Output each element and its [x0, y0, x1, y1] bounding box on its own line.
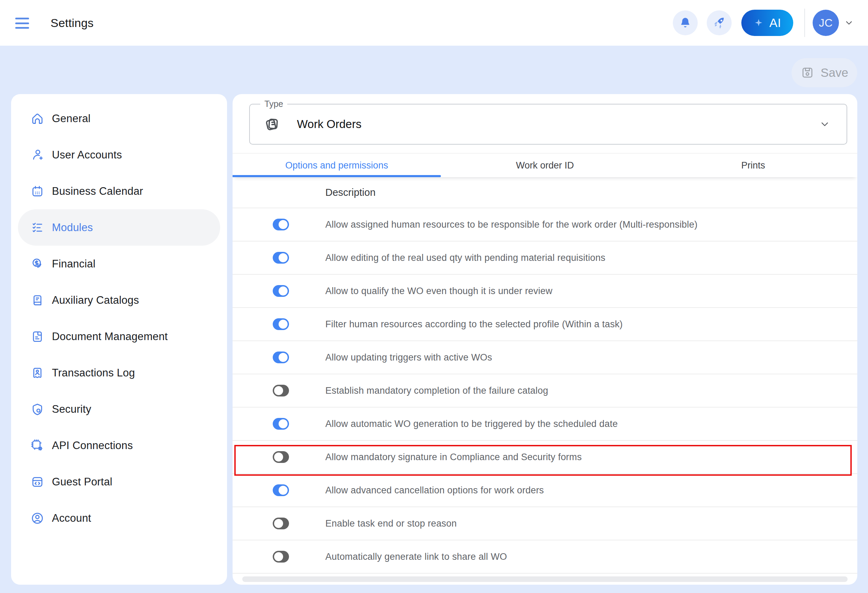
sidebar-item-label: Modules — [52, 221, 93, 234]
sidebar-item-modules[interactable]: Modules — [18, 209, 220, 246]
sidebar-item-auxiliary-catalogs[interactable]: Auxiliary Catalogs — [18, 282, 220, 318]
chevron-down-icon — [819, 118, 831, 130]
sidebar-item-label: Security — [52, 403, 92, 416]
permission-description: Allow automatic WO generation to be trig… — [325, 419, 618, 429]
sidebar-item-label: General — [52, 112, 91, 125]
permission-row: Allow assigned human resources to be res… — [233, 208, 857, 242]
toggle-knob — [279, 353, 288, 362]
toggle-switch[interactable] — [273, 484, 289, 496]
avatar[interactable]: JC — [813, 10, 839, 36]
permission-description: Allow to qualify the WO even though it i… — [325, 286, 552, 296]
header-divider — [804, 9, 805, 37]
account-icon — [31, 511, 44, 525]
permission-description: Enable task end or stop reason — [325, 518, 457, 529]
ai-button[interactable]: AI — [741, 10, 793, 36]
page-title: Settings — [50, 16, 93, 30]
sidebar-item-label: Financial — [52, 258, 96, 270]
sidebar-item-label: Account — [52, 512, 91, 525]
description-column-header: Description — [233, 177, 857, 208]
user-add-icon — [31, 148, 44, 162]
permission-row: Automatically generate link to share all… — [233, 540, 857, 574]
sidebar-item-label: User Accounts — [52, 149, 122, 161]
horizontal-scrollbar[interactable] — [242, 577, 847, 582]
type-select-label: Type — [260, 99, 287, 109]
home-icon — [31, 112, 44, 125]
save-button[interactable]: Save — [791, 58, 857, 87]
toggle-switch[interactable] — [273, 418, 289, 430]
security-icon — [31, 403, 44, 416]
transactions-icon — [31, 366, 44, 380]
sidebar-item-api-connections[interactable]: API Connections — [18, 427, 220, 463]
sidebar-item-label: Document Management — [52, 330, 168, 343]
permission-row: Establish mandatory completion of the fa… — [233, 374, 857, 407]
bell-icon — [679, 16, 692, 30]
modules-icon — [31, 221, 44, 235]
permission-description: Allow editing of the real used qty with … — [325, 252, 605, 263]
permission-row: Allow to qualify the WO even though it i… — [233, 275, 857, 308]
tab-prints[interactable]: Prints — [649, 153, 857, 177]
calendar-icon — [31, 184, 44, 198]
toggle-knob — [279, 286, 288, 295]
sidebar-item-general[interactable]: General — [18, 100, 220, 137]
permission-description: Allow assigned human resources to be res… — [325, 219, 697, 230]
toggle-switch[interactable] — [273, 252, 289, 264]
content-area: General User Accounts Business Calendar … — [11, 94, 857, 585]
sidebar-item-security[interactable]: Security — [18, 391, 220, 427]
sidebar-item-label: Business Calendar — [52, 185, 143, 198]
catalog-icon — [31, 294, 44, 307]
toggle-knob — [279, 253, 288, 262]
toggle-knob — [274, 453, 283, 462]
ai-button-label: AI — [769, 16, 781, 30]
toggle-switch[interactable] — [273, 451, 289, 463]
sidebar-item-transactions-log[interactable]: Transactions Log — [18, 355, 220, 391]
type-select-value: Work Orders — [297, 118, 361, 131]
settings-sidebar: General User Accounts Business Calendar … — [11, 94, 227, 585]
toggle-knob — [274, 552, 283, 561]
toggle-switch[interactable] — [273, 219, 289, 230]
toggle-switch[interactable] — [273, 351, 289, 363]
top-bar: Settings AI JC — [0, 0, 868, 46]
sidebar-item-document-management[interactable]: Document Management — [18, 318, 220, 355]
toggle-switch[interactable] — [273, 318, 289, 330]
financial-icon — [31, 257, 44, 271]
tab-bar: Options and permissions Work order ID Pr… — [233, 153, 857, 177]
save-button-label: Save — [821, 66, 848, 80]
permission-description: Automatically generate link to share all… — [325, 552, 507, 562]
permission-row: Allow automatic WO generation to be trig… — [233, 407, 857, 441]
tab-label: Options and permissions — [285, 160, 388, 171]
assistant-button[interactable] — [707, 10, 732, 35]
toggle-knob — [279, 419, 288, 428]
chevron-down-icon[interactable] — [844, 18, 854, 28]
sidebar-item-label: Auxiliary Catalogs — [52, 294, 139, 307]
work-order-type-icon — [263, 115, 281, 133]
permission-row: Allow updating triggers with active WOs — [233, 341, 857, 374]
permission-row: Allow mandatory signature in Compliance … — [233, 441, 857, 474]
sidebar-item-financial[interactable]: Financial — [18, 246, 220, 282]
tab-label: Prints — [741, 160, 765, 171]
permission-description: Allow advanced cancellation options for … — [325, 485, 544, 496]
sidebar-nav: General User Accounts Business Calendar … — [18, 100, 220, 536]
toggle-knob — [279, 320, 288, 329]
tab-label: Work order ID — [516, 160, 574, 171]
sidebar-item-user-accounts[interactable]: User Accounts — [18, 137, 220, 173]
menu-icon[interactable] — [15, 18, 29, 29]
tab-work-order-id[interactable]: Work order ID — [441, 153, 649, 177]
toggle-switch[interactable] — [273, 285, 289, 297]
permission-description: Filter human resources according to the … — [325, 319, 623, 330]
sidebar-item-guest-portal[interactable]: Guest Portal — [18, 463, 220, 500]
sidebar-item-business-calendar[interactable]: Business Calendar — [18, 173, 220, 209]
permission-description: Establish mandatory completion of the fa… — [325, 385, 548, 396]
toggle-knob — [279, 486, 288, 495]
tab-options-and-permissions[interactable]: Options and permissions — [233, 153, 441, 177]
toggle-knob — [274, 386, 283, 395]
notifications-button[interactable] — [673, 10, 698, 35]
permission-description: Allow updating triggers with active WOs — [325, 352, 492, 363]
sidebar-item-account[interactable]: Account — [18, 500, 220, 536]
toggle-switch[interactable] — [273, 518, 289, 530]
toggle-switch[interactable] — [273, 551, 289, 562]
toggle-switch[interactable] — [273, 385, 289, 397]
permission-description: Allow mandatory signature in Compliance … — [325, 452, 582, 463]
permission-row: Allow advanced cancellation options for … — [233, 474, 857, 507]
toggle-knob — [274, 519, 283, 528]
type-select[interactable]: Type Work Orders — [249, 104, 847, 145]
